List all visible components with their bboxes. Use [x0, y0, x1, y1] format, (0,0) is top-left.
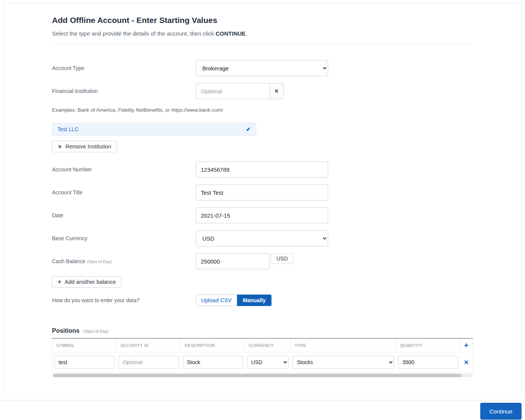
horizontal-scrollbar[interactable]: [52, 374, 473, 377]
cash-balance-currency-badge: USD: [271, 253, 294, 264]
positions-section: Positions (Start of Day) SYMBOL SECURITY…: [52, 327, 473, 377]
positions-table-header: SYMBOL SECURITY ID DESCRIPTION CURRENCY …: [52, 339, 473, 352]
subtitle-period: .: [245, 30, 247, 37]
cash-balance-sublabel: (Start of Day): [87, 259, 112, 264]
positions-header: Positions (Start of Day): [52, 327, 473, 334]
page-subtitle: Select the type and provide the details …: [52, 30, 473, 37]
quantity-cell: [396, 356, 460, 369]
cash-balance-row: Cash Balance(Start of Day) USD: [52, 253, 473, 269]
add-offline-account-panel: Add Offline Account - Enter Starting Val…: [3, 3, 522, 391]
subtitle-text: Select the type and provide the details …: [52, 30, 216, 37]
data-entry-row: How do you want to enter your data? Uplo…: [52, 295, 473, 306]
remove-institution-button[interactable]: ✕ Remove Institution: [52, 141, 117, 152]
subtitle-continue-keyword: CONTINUE: [216, 30, 245, 37]
upload-csv-button[interactable]: Upload CSV: [196, 295, 237, 306]
description-cell: [181, 356, 245, 369]
check-icon: ✔: [246, 126, 251, 133]
continue-button[interactable]: Continue: [480, 403, 522, 420]
quantity-input[interactable]: [398, 356, 458, 369]
cash-balance-label: Cash Balance(Start of Day): [52, 258, 196, 264]
cash-balance-label-text: Cash Balance: [52, 258, 85, 264]
account-number-row: Account Number: [52, 161, 473, 177]
column-header-security-id: SECURITY ID: [117, 339, 181, 352]
account-number-input[interactable]: [196, 161, 328, 177]
column-header-actions: +: [460, 339, 473, 352]
data-entry-toggle: Upload CSV Manually: [196, 295, 271, 306]
position-row: USD Stocks ✕: [52, 352, 473, 372]
scrollbar-thumb[interactable]: [53, 374, 462, 377]
financial-institution-group: ✕: [196, 83, 284, 99]
footer: Continue: [0, 400, 525, 420]
column-header-type: TYPE: [291, 339, 396, 352]
plus-icon: +: [464, 341, 468, 350]
currency-select[interactable]: USD: [247, 356, 289, 369]
account-title-label: Account Title: [52, 189, 196, 195]
financial-institution-label: Financial Institution: [52, 88, 196, 94]
clear-institution-button[interactable]: ✕: [270, 83, 284, 99]
date-input[interactable]: [196, 207, 328, 223]
add-position-button[interactable]: +: [462, 340, 471, 350]
remove-institution-label: Remove Institution: [65, 143, 111, 150]
column-header-description: DESCRIPTION: [181, 339, 245, 352]
account-number-label: Account Number: [52, 166, 196, 173]
cash-balance-group: USD: [196, 253, 294, 269]
financial-institution-row: Financial Institution ✕: [52, 83, 473, 99]
add-another-balance-label: Add another balance: [65, 279, 116, 285]
delete-position-button[interactable]: ✕: [462, 358, 471, 366]
positions-sublabel: (Start of Day): [83, 329, 108, 334]
panel-content: Add Offline Account - Enter Starting Val…: [52, 16, 473, 377]
currency-cell: USD: [245, 356, 291, 369]
base-currency-select[interactable]: USD: [196, 230, 328, 246]
security-id-cell: [117, 356, 181, 369]
positions-table: SYMBOL SECURITY ID DESCRIPTION CURRENCY …: [52, 339, 473, 373]
base-currency-row: Base Currency USD: [52, 230, 473, 246]
description-input[interactable]: [183, 356, 243, 369]
account-type-label: Account Type: [52, 65, 196, 71]
financial-institution-input[interactable]: [196, 83, 270, 99]
close-icon: ✕: [58, 144, 62, 150]
symbol-cell: [52, 356, 117, 369]
symbol-input[interactable]: [54, 356, 115, 369]
type-select[interactable]: Stocks: [293, 356, 394, 369]
plus-icon: +: [58, 278, 61, 285]
base-currency-label: Base Currency: [52, 235, 196, 241]
row-actions-cell: ✕: [460, 358, 473, 366]
manually-button[interactable]: Manually: [237, 295, 271, 306]
date-label: Date: [52, 212, 196, 218]
positions-title: Positions: [52, 327, 80, 334]
selected-institution-item[interactable]: Test LLC ✔: [52, 123, 256, 136]
header-divider: [52, 44, 473, 45]
cash-balance-input[interactable]: [196, 253, 270, 269]
close-icon: ✕: [464, 359, 469, 366]
add-another-balance-button[interactable]: + Add another balance: [52, 276, 122, 288]
account-title-input[interactable]: [196, 184, 328, 200]
close-icon: ✕: [274, 88, 279, 94]
type-cell: Stocks: [291, 356, 396, 369]
date-row: Date: [52, 207, 473, 223]
account-type-select[interactable]: Brokerage: [196, 60, 328, 76]
security-id-input[interactable]: [119, 356, 179, 369]
page-title: Add Offline Account - Enter Starting Val…: [52, 16, 473, 25]
page: Add Offline Account - Enter Starting Val…: [0, 0, 525, 420]
data-entry-label: How do you want to enter your data?: [52, 297, 196, 303]
institution-name: Test LLC: [57, 126, 78, 132]
column-header-symbol: SYMBOL: [52, 339, 117, 352]
column-header-currency: CURRENCY: [245, 339, 291, 352]
account-type-row: Account Type Brokerage: [52, 60, 473, 76]
examples-text: Examples: Bank of America, Fidelity NetB…: [52, 107, 473, 113]
account-title-row: Account Title: [52, 184, 473, 200]
column-header-quantity: QUANTITY: [396, 339, 460, 352]
